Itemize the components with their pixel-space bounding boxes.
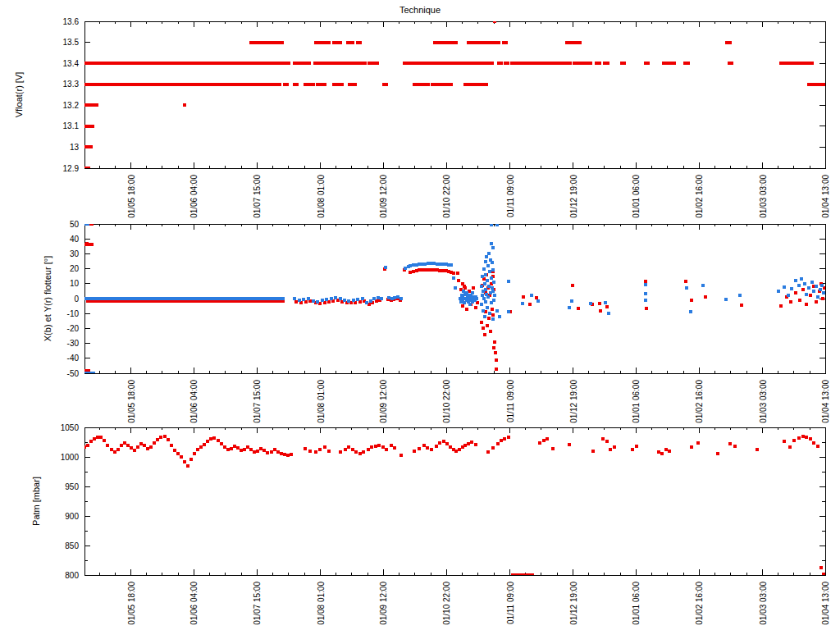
data-point: [801, 435, 805, 438]
data-point: [535, 296, 538, 299]
data-point: [819, 288, 822, 291]
data-point: [412, 270, 415, 273]
data-point: [170, 444, 173, 447]
data-run: [332, 83, 344, 86]
data-point: [498, 315, 501, 318]
data-point: [487, 285, 491, 288]
data-run: [413, 83, 430, 86]
data-point: [484, 310, 487, 313]
data-point: [461, 445, 464, 449]
data-run: [662, 62, 669, 65]
data-point: [536, 299, 540, 303]
y-tick-label: -50: [67, 369, 80, 378]
data-run: [83, 83, 281, 86]
data-point: [327, 450, 331, 453]
data-run: [83, 222, 89, 226]
x-tick-label: 01/10 22:00: [442, 380, 451, 423]
data-point: [445, 442, 449, 445]
y-tick-label: 50: [70, 220, 80, 229]
data-point: [491, 261, 494, 264]
data-point: [458, 448, 461, 451]
data-point: [409, 271, 412, 274]
data-point: [486, 306, 489, 309]
data-point: [704, 295, 707, 299]
y-tick-label: -40: [67, 354, 80, 363]
data-point: [794, 291, 797, 294]
data-point: [822, 291, 825, 294]
x-tick-label: 01/10 22:00: [442, 582, 451, 625]
data-point: [390, 297, 394, 300]
data-point: [495, 358, 498, 362]
data-point: [485, 293, 488, 296]
data-point: [801, 288, 805, 291]
data-point: [312, 299, 315, 303]
x-tick-label: 01/04 13:00: [821, 175, 830, 218]
data-point: [816, 445, 819, 448]
x-tick-label: 01/02 16:00: [695, 380, 704, 423]
data-point: [354, 450, 358, 454]
data-point: [490, 276, 493, 280]
data-point: [605, 440, 609, 443]
data-point: [294, 300, 298, 304]
y-tick-label: -30: [67, 339, 80, 348]
x-tick-label: 01/08 01:00: [317, 380, 326, 423]
data-point: [644, 299, 647, 302]
data-point: [445, 269, 448, 272]
data-run: [603, 62, 609, 65]
data-point: [609, 448, 612, 451]
data-point: [491, 308, 494, 311]
x-tick-label: 01/09 12:00: [379, 380, 388, 423]
data-point: [644, 280, 647, 283]
data-point: [226, 448, 230, 451]
data-point: [495, 368, 498, 371]
data-point: [436, 262, 439, 266]
data-point: [809, 294, 812, 297]
data-point: [273, 448, 276, 451]
data-point: [243, 448, 246, 451]
x-tick-label: 01/03 03:00: [759, 380, 768, 423]
data-run: [431, 62, 459, 65]
x-tick-label: 01/09 12:00: [379, 582, 388, 625]
data-point: [435, 445, 438, 448]
data-point: [792, 439, 796, 442]
data-point: [423, 262, 427, 266]
data-point: [474, 443, 477, 446]
y-axis-label: X(b) et Y(r) flotteur [°]: [43, 256, 52, 341]
data-point: [314, 450, 317, 454]
data-point: [246, 445, 249, 449]
y-axis-label: Vfloat(r) [V]: [14, 72, 24, 118]
data-point: [380, 297, 383, 300]
data-point: [130, 446, 133, 450]
data-run: [403, 62, 418, 65]
data-run: [83, 372, 95, 375]
data-point: [816, 295, 819, 299]
data-point: [820, 284, 824, 287]
data-point: [812, 441, 815, 445]
data-point: [794, 279, 797, 282]
data-point: [570, 299, 573, 303]
data-point: [452, 272, 455, 275]
data-point: [415, 263, 418, 267]
data-point: [690, 445, 693, 449]
x-tick-label: 01/06 04:00: [189, 582, 199, 625]
data-point: [812, 285, 815, 288]
x-tick-label: 01/02 16:00: [695, 582, 704, 625]
data-point: [249, 448, 253, 451]
data-point: [212, 436, 216, 440]
data-point: [156, 438, 159, 441]
data-point: [116, 448, 120, 451]
data-point: [302, 298, 305, 301]
data-point: [423, 268, 427, 272]
x-tick-label: 01/02 16:00: [695, 175, 704, 218]
y-tick-label: 800: [65, 571, 79, 580]
data-point: [298, 299, 301, 302]
data-run: [502, 41, 508, 44]
data-point: [262, 449, 266, 452]
x-tick-label: 01/08 01:00: [317, 175, 326, 218]
data-point: [800, 277, 803, 281]
x-tick-label: 01/01 06:00: [632, 380, 641, 423]
data-run: [807, 62, 814, 65]
data-point: [438, 262, 441, 266]
data-point: [236, 446, 240, 450]
data-point: [450, 263, 453, 267]
